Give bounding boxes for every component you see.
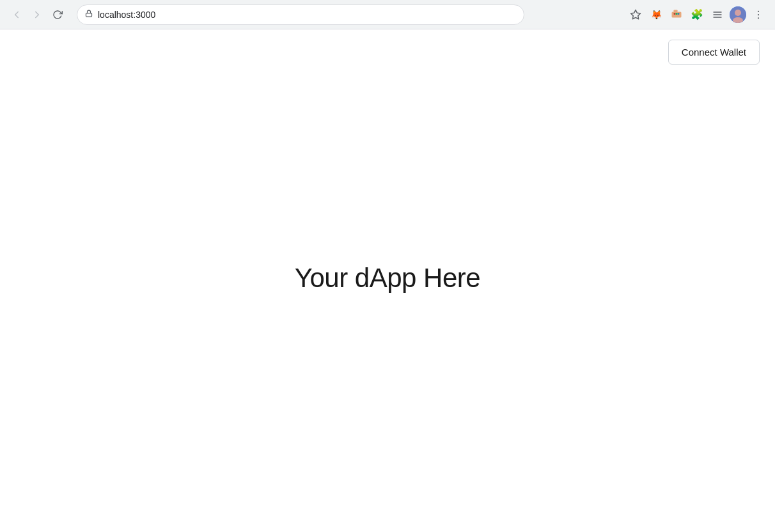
more-options-button[interactable]	[749, 6, 767, 24]
dapp-title: Your dApp Here	[295, 263, 480, 293]
refresh-button[interactable]	[49, 6, 67, 24]
profile-button[interactable]	[729, 6, 747, 24]
back-arrow-icon	[11, 9, 22, 20]
svg-point-14	[758, 13, 759, 15]
puzzle-icon: 🧩	[691, 8, 703, 20]
extension2-button[interactable]	[668, 6, 685, 24]
svg-marker-1	[631, 10, 641, 19]
page-content: Connect Wallet Your dApp Here	[0, 29, 775, 532]
app-header: Connect Wallet	[0, 29, 775, 75]
browser-nav-buttons	[8, 6, 67, 24]
svg-point-4	[674, 13, 676, 15]
tab-strip-button[interactable]	[708, 6, 726, 24]
connect-wallet-button[interactable]: Connect Wallet	[668, 40, 760, 65]
url-text: localhost:3000	[98, 10, 516, 20]
star-icon	[630, 9, 641, 20]
more-options-icon	[753, 9, 764, 20]
browser-actions: 🦊 🧩	[627, 6, 767, 24]
svg-point-11	[735, 10, 741, 16]
svg-point-13	[758, 10, 759, 12]
app-main: Your dApp Here	[0, 75, 775, 532]
metamask-icon: 🦊	[650, 8, 662, 21]
svg-point-5	[678, 13, 680, 15]
lock-icon	[85, 10, 93, 19]
extension2-icon	[670, 8, 683, 21]
extensions-button[interactable]: 🧩	[688, 6, 706, 24]
forward-arrow-icon	[31, 9, 43, 20]
back-button[interactable]	[8, 6, 26, 24]
tab-strip-icon	[712, 10, 723, 20]
metamask-extension-button[interactable]: 🦊	[647, 6, 665, 24]
refresh-icon	[52, 10, 63, 20]
avatar	[730, 6, 746, 23]
address-bar[interactable]: localhost:3000	[77, 4, 524, 25]
svg-rect-6	[676, 13, 678, 15]
svg-rect-0	[86, 13, 92, 17]
forward-button[interactable]	[28, 6, 46, 24]
svg-point-15	[758, 17, 759, 19]
bookmark-button[interactable]	[627, 6, 645, 24]
browser-chrome: localhost:3000 🦊	[0, 0, 775, 29]
svg-rect-3	[674, 10, 678, 13]
